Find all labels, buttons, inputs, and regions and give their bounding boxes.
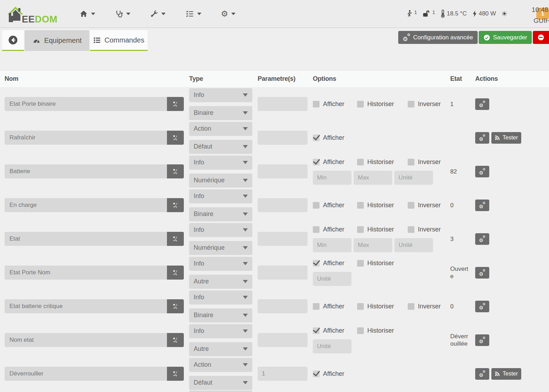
save-button[interactable]: Sauvegarder: [479, 31, 532, 44]
type-select[interactable]: Info: [189, 189, 252, 203]
parameter-input[interactable]: [258, 131, 308, 145]
subtype-select[interactable]: Binaire: [189, 207, 252, 221]
type-select[interactable]: Info: [189, 257, 252, 271]
parameter-input[interactable]: [258, 97, 308, 111]
configuration-button[interactable]: ⚙⚙: [475, 233, 489, 245]
checkbox-historiser[interactable]: Historiser: [357, 327, 408, 334]
checkbox-afficher[interactable]: Afficher: [313, 100, 357, 108]
partial-next-row-select[interactable]: [189, 391, 252, 392]
checkbox-afficher[interactable]: Afficher: [313, 303, 357, 310]
checkbox-unchecked-icon[interactable]: [357, 303, 364, 310]
tab-equipement[interactable]: Equipement: [25, 30, 89, 51]
max-input[interactable]: [354, 171, 392, 185]
unite-input[interactable]: [313, 339, 351, 353]
type-select[interactable]: Info: [189, 223, 252, 237]
icon-picker-button[interactable]: ♥♪▪ϟ: [167, 333, 184, 347]
motion-status[interactable]: 1: [406, 10, 417, 18]
advanced-configuration-button[interactable]: ⚙⚙ Configuration avancée: [398, 31, 478, 44]
checkbox-historiser[interactable]: Historiser: [357, 303, 408, 310]
checkbox-afficher[interactable]: Afficher: [313, 158, 357, 166]
unite-input[interactable]: [394, 238, 433, 252]
checkbox-unchecked-icon[interactable]: [313, 226, 319, 233]
command-name-input[interactable]: [5, 367, 167, 381]
lock-status[interactable]: 1: [422, 10, 435, 18]
tester-button[interactable]: Tester: [491, 368, 521, 380]
checkbox-unchecked-icon[interactable]: [408, 159, 414, 165]
checkbox-checked-icon[interactable]: [313, 260, 319, 267]
icon-picker-button[interactable]: ♥♪▪ϟ: [167, 299, 184, 313]
parameter-input[interactable]: [258, 299, 308, 313]
configuration-button[interactable]: ⚙⚙: [475, 334, 489, 346]
checkbox-afficher[interactable]: Afficher: [313, 370, 357, 378]
icon-picker-button[interactable]: ♥♪▪ϟ: [167, 198, 184, 212]
menu-tools[interactable]: [150, 10, 166, 18]
min-input[interactable]: [313, 171, 351, 185]
checkbox-historiser[interactable]: Historiser: [357, 226, 408, 233]
checkbox-unchecked-icon[interactable]: [408, 226, 414, 233]
configuration-button[interactable]: ⚙⚙: [475, 301, 489, 312]
command-name-input[interactable]: [5, 164, 167, 178]
icon-picker-button[interactable]: ♥♪▪ϟ: [167, 367, 184, 381]
command-name-input[interactable]: [5, 299, 167, 313]
checkbox-checked-icon[interactable]: [313, 159, 319, 165]
jeedom-logo[interactable]: EEDOM: [6, 4, 58, 24]
icon-picker-button[interactable]: ♥♪▪ϟ: [167, 266, 184, 280]
parameter-input[interactable]: [258, 367, 308, 381]
checkbox-unchecked-icon[interactable]: [408, 101, 414, 107]
checkbox-checked-icon[interactable]: [313, 371, 319, 377]
parameter-input[interactable]: [258, 333, 308, 347]
checkbox-unchecked-icon[interactable]: [357, 226, 364, 233]
parameter-input[interactable]: [258, 198, 308, 212]
checkbox-checked-icon[interactable]: [313, 135, 319, 141]
icon-picker-button[interactable]: ♥♪▪ϟ: [167, 131, 184, 145]
checkbox-unchecked-icon[interactable]: [408, 202, 414, 209]
checkbox-inverser[interactable]: Inverser: [408, 202, 441, 209]
checkbox-inverser[interactable]: Inverser: [408, 226, 441, 233]
parameter-input[interactable]: [258, 266, 308, 280]
checkbox-afficher[interactable]: Afficher: [313, 260, 357, 267]
subtype-select[interactable]: Binaire: [189, 308, 252, 322]
checkbox-inverser[interactable]: Inverser: [408, 303, 441, 310]
configuration-button[interactable]: ⚙⚙: [475, 166, 489, 177]
command-name-input[interactable]: [5, 266, 167, 280]
menu-settings[interactable]: ⚙: [221, 10, 236, 18]
type-select[interactable]: Info: [189, 324, 252, 338]
checkbox-unchecked-icon[interactable]: [313, 303, 319, 310]
checkbox-afficher[interactable]: Afficher: [313, 327, 357, 334]
command-name-input[interactable]: [5, 198, 167, 212]
back-button[interactable]: [2, 30, 24, 51]
checkbox-afficher[interactable]: Afficher: [313, 134, 357, 142]
configuration-button[interactable]: ⚙⚙: [475, 200, 489, 211]
power-status[interactable]: 480 W: [472, 10, 496, 18]
parameter-input[interactable]: [258, 232, 308, 246]
type-select[interactable]: Action: [189, 358, 252, 372]
configuration-button[interactable]: ⚙⚙: [475, 267, 489, 279]
checkbox-historiser[interactable]: Historiser: [357, 158, 408, 166]
icon-picker-button[interactable]: ♥♪▪ϟ: [167, 97, 184, 111]
checkbox-historiser[interactable]: Historiser: [357, 202, 408, 209]
subtype-select[interactable]: Numérique: [189, 174, 252, 188]
configuration-button[interactable]: ⚙⚙: [475, 98, 489, 110]
configuration-button[interactable]: ⚙⚙: [475, 132, 489, 144]
icon-picker-button[interactable]: ♥♪▪ϟ: [167, 232, 184, 246]
checkbox-unchecked-icon[interactable]: [313, 202, 319, 209]
checkbox-unchecked-icon[interactable]: [357, 327, 364, 334]
command-name-input[interactable]: [5, 333, 167, 347]
command-name-input[interactable]: [5, 232, 167, 246]
type-select[interactable]: Info: [189, 88, 252, 102]
icon-picker-button[interactable]: ♥♪▪ϟ: [167, 164, 184, 178]
temperature-status[interactable]: 18.5 °C: [440, 9, 467, 18]
checkbox-unchecked-icon[interactable]: [408, 303, 414, 310]
checkbox-unchecked-icon[interactable]: [357, 202, 364, 209]
type-select[interactable]: Info: [189, 156, 252, 170]
checkbox-unchecked-icon[interactable]: [357, 101, 364, 107]
menu-tasks[interactable]: [185, 10, 201, 18]
subtype-select[interactable]: Binaire: [189, 106, 252, 120]
checkbox-unchecked-icon[interactable]: [357, 159, 364, 165]
parameter-input[interactable]: [258, 164, 308, 178]
menu-home[interactable]: [79, 10, 95, 18]
checkbox-unchecked-icon[interactable]: [357, 260, 364, 267]
configuration-button[interactable]: ⚙⚙: [475, 368, 489, 380]
brightness-status[interactable]: ☀: [501, 10, 508, 17]
tester-button[interactable]: Tester: [491, 132, 521, 144]
